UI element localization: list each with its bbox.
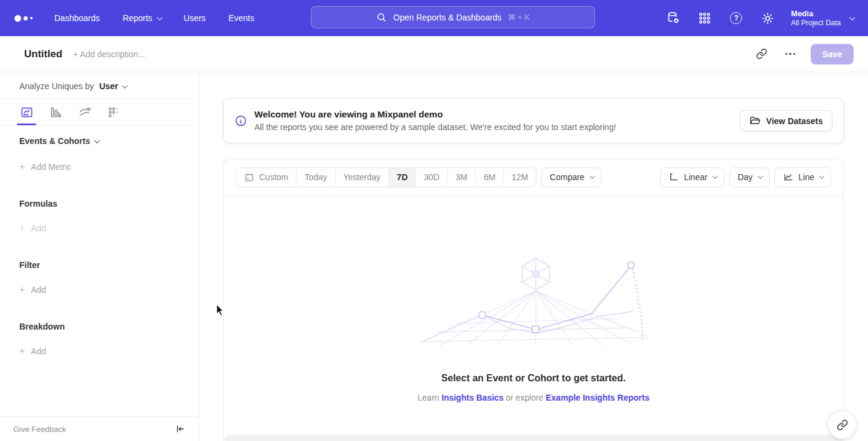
nav-users[interactable]: Users xyxy=(184,13,206,23)
chevron-down-icon xyxy=(819,174,824,178)
compare-dropdown[interactable]: Compare xyxy=(541,167,602,187)
scale-dropdown[interactable]: Linear xyxy=(660,167,725,187)
info-icon xyxy=(234,114,247,127)
insights-chart-icon xyxy=(20,105,34,119)
chevron-down-icon xyxy=(156,14,162,20)
empty-state-hint: Learn Insights Basics or explore Example… xyxy=(224,393,843,402)
report-header: Untitled + Add description... Save xyxy=(0,36,868,72)
add-formula-button[interactable]: + Add xyxy=(19,223,179,234)
chevron-down-icon xyxy=(94,137,100,143)
search-placeholder: Open Reports & Dashboards xyxy=(393,13,502,22)
next-section-peek xyxy=(224,435,843,441)
report-actions: Save xyxy=(753,44,854,64)
data-management-icon[interactable] xyxy=(665,10,681,26)
range-custom[interactable]: Custom xyxy=(236,168,296,187)
add-description-field[interactable]: + Add description... xyxy=(73,49,145,59)
insights-chart-card: Custom Today Yesterday 7D 30D 3M 6M 12M … xyxy=(223,158,844,441)
report-type-tabs xyxy=(0,99,198,125)
hint-explore-label: or explore xyxy=(506,393,543,402)
nav-events[interactable]: Events xyxy=(228,13,254,23)
settings-gear-icon[interactable] xyxy=(760,10,775,26)
share-link-fab[interactable] xyxy=(828,410,857,439)
search-shortcut: ⌘ + K xyxy=(508,13,530,22)
empty-state-title: Select an Event or Cohort to get started… xyxy=(224,373,843,384)
collapse-left-icon xyxy=(175,424,185,434)
empty-state: Select an Event or Cohort to get started… xyxy=(224,196,843,402)
collapse-sidebar-button[interactable] xyxy=(175,424,185,434)
search-icon xyxy=(376,12,387,23)
nav-reports[interactable]: Reports xyxy=(123,13,161,23)
banner-title: Welcome! You are viewing a Mixpanel demo xyxy=(254,108,616,120)
nav-dashboards[interactable]: Dashboards xyxy=(54,13,100,23)
line-chart-icon xyxy=(783,172,794,183)
analyze-uniques-row: Analyze Uniques by User xyxy=(0,72,198,99)
sidebar-footer: Give Feedback xyxy=(0,416,198,441)
report-title[interactable]: Untitled xyxy=(24,48,62,60)
range-30d[interactable]: 30D xyxy=(415,168,447,187)
events-cohorts-header[interactable]: Events & Cohorts xyxy=(19,136,179,146)
date-range-segmented-control: Custom Today Yesterday 7D 30D 3M 6M 12M xyxy=(236,167,536,187)
filter-header: Filter xyxy=(19,260,179,270)
plus-icon: + xyxy=(19,346,25,357)
chevron-down-icon xyxy=(712,174,717,178)
query-builder-sidebar: Analyze Uniques by User xyxy=(0,72,199,441)
navbar-right: ? Media All Project Data xyxy=(665,9,854,28)
apps-grid-icon[interactable] xyxy=(697,10,712,26)
link-icon xyxy=(756,48,767,60)
chevron-down-icon xyxy=(590,174,594,178)
demo-welcome-banner: Welcome! You are viewing a Mixpanel demo… xyxy=(223,98,844,143)
tab-flows[interactable] xyxy=(77,105,92,125)
tab-funnels[interactable] xyxy=(48,105,63,125)
retention-grid-icon xyxy=(107,105,121,119)
project-name: Media xyxy=(791,9,841,19)
top-navbar: Dashboards Reports Users Events Open Rep… xyxy=(0,0,868,36)
add-metric-button[interactable]: + Add Metric xyxy=(19,161,179,172)
add-breakdown-button[interactable]: + Add xyxy=(19,346,179,357)
chevron-down-icon xyxy=(122,83,128,89)
linear-axis-icon xyxy=(668,172,679,183)
plus-icon: + xyxy=(19,161,25,172)
copy-link-button[interactable] xyxy=(753,46,770,62)
give-feedback-link[interactable]: Give Feedback xyxy=(13,425,66,434)
range-today[interactable]: Today xyxy=(296,168,335,187)
nav-reports-label: Reports xyxy=(123,13,153,23)
range-3m[interactable]: 3M xyxy=(447,168,475,187)
tab-retention[interactable] xyxy=(106,105,121,125)
folder-icon xyxy=(749,116,761,126)
example-reports-link[interactable]: Example Insights Reports xyxy=(546,393,649,402)
more-options-button[interactable] xyxy=(783,51,798,58)
chart-display-controls: Linear Day Line xyxy=(660,167,831,187)
project-selector[interactable]: Media All Project Data xyxy=(791,9,854,28)
insights-basics-link[interactable]: Insights Basics xyxy=(442,393,504,402)
chart-type-dropdown[interactable]: Line xyxy=(775,167,831,187)
range-yesterday[interactable]: Yesterday xyxy=(335,168,389,187)
view-datasets-button[interactable]: View Datasets xyxy=(740,110,832,131)
empty-state-illustration xyxy=(419,256,648,346)
sidebar-sections: Events & Cohorts + Add Metric Formulas +… xyxy=(0,125,198,367)
breakdown-header: Breakdown xyxy=(19,322,179,331)
save-button[interactable]: Save xyxy=(811,44,854,64)
global-search-input[interactable]: Open Reports & Dashboards ⌘ + K xyxy=(311,6,595,28)
chart-controls-row: Custom Today Yesterday 7D 30D 3M 6M 12M … xyxy=(224,159,843,196)
add-filter-button[interactable]: + Add xyxy=(19,284,179,295)
calendar-icon xyxy=(244,172,254,183)
primary-nav: Dashboards Reports Users Events xyxy=(54,13,254,23)
range-6m[interactable]: 6M xyxy=(475,168,503,187)
link-icon xyxy=(837,419,848,431)
chevron-down-icon xyxy=(758,174,763,178)
flows-icon xyxy=(78,105,92,119)
range-12m[interactable]: 12M xyxy=(503,168,536,187)
tab-insights[interactable] xyxy=(19,105,34,125)
plus-icon: + xyxy=(19,284,25,295)
help-icon[interactable]: ? xyxy=(728,10,744,26)
range-7d[interactable]: 7D xyxy=(388,168,415,187)
chevron-down-icon xyxy=(849,14,855,20)
interval-dropdown[interactable]: Day xyxy=(729,167,770,187)
banner-body: All the reports you see are powered by a… xyxy=(254,121,616,134)
mixpanel-logo-icon[interactable] xyxy=(14,15,33,22)
formulas-header: Formulas xyxy=(19,199,179,208)
app-window: Dashboards Reports Users Events Open Rep… xyxy=(0,0,868,441)
analyze-by-dropdown[interactable]: User xyxy=(99,81,126,91)
hint-learn-label: Learn xyxy=(418,393,439,402)
plus-icon: + xyxy=(19,223,25,234)
